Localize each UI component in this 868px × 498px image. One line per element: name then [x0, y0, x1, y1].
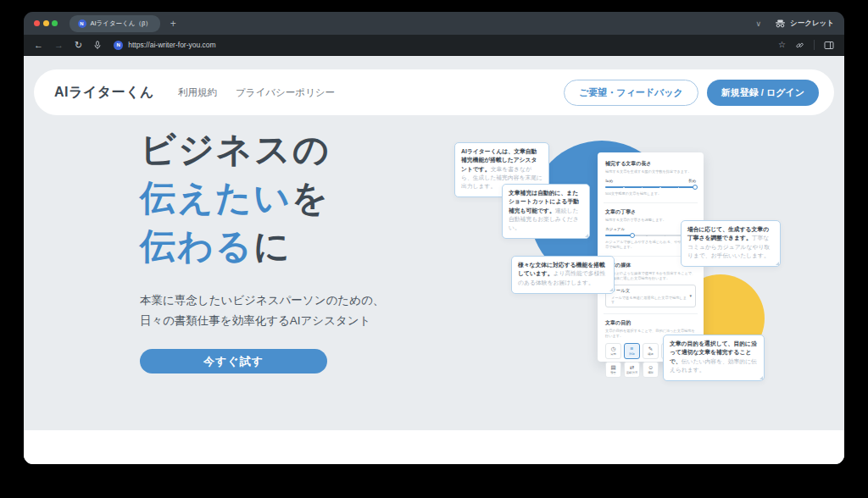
site-favicon: N: [114, 41, 123, 50]
resize-grip-icon: [585, 234, 588, 237]
incognito-label: シークレット: [790, 19, 834, 29]
slider-max-label: 長め: [688, 179, 696, 183]
list-icon: ≡: [631, 346, 634, 351]
close-window-button[interactable]: [34, 20, 40, 26]
browser-tab-strip: N AIライターくん（β） + ∨ シークレット: [24, 12, 844, 35]
purpose-tile-thanks[interactable]: ☺ 感謝: [643, 362, 659, 378]
bookmark-star-icon[interactable]: ☆: [778, 41, 786, 49]
section-title-purpose: 文章の目的: [605, 319, 696, 327]
site-favicon: N: [78, 19, 86, 28]
message-icon: ▤: [610, 364, 615, 370]
browser-window: N AIライターくん（β） + ∨ シークレット ← → ↻: [24, 12, 844, 464]
feature-tooltip-styles: 様々な文体に対応する機能を搭載しています。より高性能で多様性のある体験をお届けし…: [511, 256, 615, 294]
page-content: AIライターくん 利用規約 プライバシーポリシー ご要望・フィードバック 新規登…: [24, 56, 844, 464]
screenshot-stage: N AIライターくん（β） + ∨ シークレット ← → ↻: [0, 0, 868, 498]
feature-tooltip-shortcut: 文章補完は自動的に、またショートカットによる手動補完も可能です。連続した自動補完…: [502, 184, 590, 239]
length-slider-thumb[interactable]: [693, 185, 698, 190]
purpose-tile-report[interactable]: ▤ 報告: [605, 362, 621, 378]
nav-terms-link[interactable]: 利用規約: [178, 86, 217, 99]
chevron-down-icon[interactable]: ∨: [755, 19, 761, 28]
section-title-length: 補完する文章の長さ: [605, 160, 696, 168]
link-icon[interactable]: [795, 41, 804, 50]
address-bar[interactable]: https://ai-writer-for-you.com: [128, 41, 215, 49]
section-title-politeness: 文章の丁寧さ: [605, 208, 696, 216]
resize-grip-icon: [760, 376, 763, 379]
back-icon[interactable]: ←: [34, 41, 43, 50]
smiley-icon: ☺: [648, 364, 654, 370]
resize-grip-icon: [609, 288, 613, 291]
bottom-white-section: [24, 430, 844, 464]
browser-tab[interactable]: N AIライターくん（β）: [70, 15, 160, 32]
nav-privacy-link[interactable]: プライバシーポリシー: [236, 86, 335, 99]
zoom-window-button[interactable]: [52, 20, 58, 26]
hero-subtitle: 本業に専念したいビジネスパーソンのための、 日々の書類仕事を効率化するAIアシス…: [140, 290, 384, 331]
feature-tooltip-politeness: 場合に応じて、生成する文章の丁寧さを調整できます。丁寧なコミュからカジュアルなや…: [681, 220, 781, 267]
resize-grip-icon: [776, 262, 779, 265]
politeness-slider-thumb[interactable]: [630, 233, 635, 238]
purpose-tile-question[interactable]: ◷ 質問: [605, 343, 621, 359]
feature-tooltip-purpose: 文章の目的を選択して、目的に沿って適切な文章を補完することで、伝いたい内容を、効…: [663, 335, 765, 381]
mic-icon[interactable]: [93, 41, 102, 50]
forward-icon[interactable]: →: [54, 41, 64, 50]
feedback-button[interactable]: ご要望・フィードバック: [564, 80, 698, 106]
site-logo[interactable]: AIライターくん: [54, 84, 154, 102]
share-arrows-icon: ⇄: [630, 364, 634, 370]
purpose-tile-share[interactable]: ⇄ 連絡/共有: [624, 362, 640, 378]
side-panel-icon[interactable]: [824, 41, 834, 50]
try-now-button[interactable]: 今すぐ試す: [140, 349, 327, 374]
minimize-window-button[interactable]: [43, 20, 49, 26]
pencil-icon: ✎: [648, 346, 653, 351]
incognito-icon: [775, 19, 786, 28]
signup-login-button[interactable]: 新規登録 / ログイン: [707, 80, 819, 106]
site-header: AIライターくん 利用規約 プライバシーポリシー ご要望・フィードバック 新規登…: [34, 69, 834, 115]
new-tab-button[interactable]: +: [170, 19, 176, 29]
purpose-tile-confirm[interactable]: ✎ 確認: [643, 343, 659, 359]
tab-title: AIライターくん（β）: [91, 19, 152, 28]
toolbar-divider: [814, 40, 815, 50]
chevron-down-icon: ▾: [689, 293, 692, 298]
hero-title: ビジネスの 伝えたいを 伝わるに: [140, 125, 331, 270]
clock-icon: ◷: [611, 346, 616, 351]
purpose-tile-explain[interactable]: ≡ 説明: [624, 343, 640, 359]
slider-min-label: 短め: [605, 179, 613, 183]
length-slider: [605, 186, 696, 188]
browser-toolbar: ← → ↻ N https://ai-writer-for-you.com ☆: [24, 35, 844, 56]
reload-icon[interactable]: ↻: [75, 41, 82, 50]
medium-select[interactable]: メール文 メールで送る用途に最適化した文章で補完します ▾: [605, 285, 696, 307]
incognito-badge: シークレット: [775, 19, 834, 29]
